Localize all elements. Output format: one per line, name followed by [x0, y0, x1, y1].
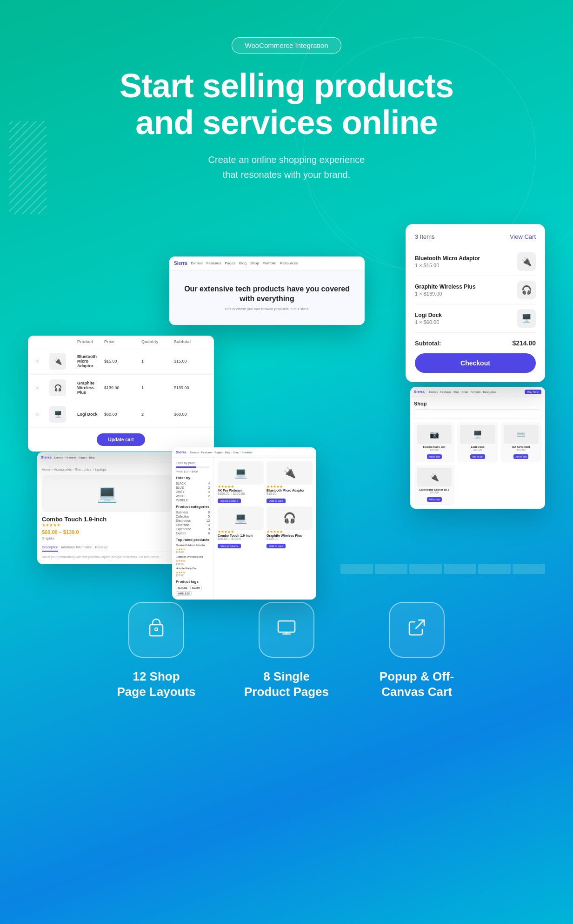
sg-body: Shop 📷 Hubble Rally Bar $49.00 Add to ca… [410, 397, 545, 509]
grid-rect-1 [340, 564, 373, 574]
shop-grid-screenshot: Sierra Demos · Features · Blog · Shop · … [410, 387, 545, 509]
cart-table-row-2: ✕ 🎧 Graphite Wireless Plus $139.00 1 $13… [28, 375, 214, 401]
shop-hero-title: Our extensive tech products have you cov… [179, 284, 355, 304]
cart-item-1-info: Bluetooth Micro Adaptor 1 × $15.00 [415, 255, 513, 268]
grid-rect-2 [375, 564, 407, 574]
cart-item-1-name: Bluetooth Micro Adaptor [415, 255, 513, 262]
cart-item-2-info: Graphite Wireless Plus 1 × $139.00 [415, 283, 513, 297]
shop-hero: Our extensive tech products have you cov… [169, 270, 365, 325]
shop-hero-sub: This is where you can browse products in… [179, 307, 355, 311]
cart-item-1: Bluetooth Micro Adaptor 1 × $15.00 🔌 [415, 248, 536, 276]
cart-item-3: Logi Dock 1 × $60.00 🖥️ [415, 304, 536, 333]
cart-table-header: Product Price Quantity Subtotal [28, 336, 214, 348]
cart-popup: 3 Items View Cart Bluetooth Micro Adapto… [406, 224, 545, 382]
shopping-bag-icon [145, 616, 167, 643]
sg-product-2: 🖥️ Logi Dock $60.00 Add to cart [457, 422, 498, 462]
cart-item-3-info: Logi Dock 1 × $60.00 [415, 312, 513, 325]
cart-item-2-price: 1 × $139.00 [415, 291, 513, 297]
cart-item-1-price: 1 × $15.00 [415, 263, 513, 268]
cart-item-1-img: 🔌 [517, 252, 536, 271]
screenshots-area: 3 Items View Cart Bluetooth Micro Adapto… [0, 219, 573, 554]
grid-rect-6 [513, 564, 545, 574]
ss-logo: Sierra [176, 450, 187, 454]
pg-tabs: Description Additional Information Revie… [42, 544, 172, 552]
checkout-button[interactable]: Checkout [415, 353, 536, 373]
grid-rect-5 [478, 564, 511, 574]
feature-popup-cart: Popup & Off- Canvas Cart [366, 602, 468, 699]
svg-rect-2 [278, 621, 295, 632]
feature-shop-title: 12 Shop Page Layouts [117, 669, 195, 699]
sidebar-shop-nav: Sierra Demos · Features · Pages · Blog ·… [172, 447, 316, 458]
sg-product-3: ⌨️ DX Keys Mini $49.00 Add to cart [501, 422, 541, 462]
cart-item-3-name: Logi Dock [415, 312, 513, 318]
cart-popup-header: 3 Items View Cart [415, 233, 536, 240]
sss-product-4: 🎧 ★★★★★ Graphite Wireless Plus $139.00 A… [267, 506, 313, 549]
sidebar-shop-products: 💻 ★★★★★ 4K Pro Webcam $100.00 – $200.00 … [218, 461, 313, 549]
cart-table-row-1: ✕ 🔌 Bluetooth Micro Adaptor $15.00 1 $15… [28, 348, 214, 375]
subtitle: Create an online shopping experience tha… [9, 152, 564, 182]
cart-item-2-name: Graphite Wireless Plus [415, 283, 513, 290]
grid-rect-3 [409, 564, 442, 574]
pg-body: Home > Accessories > Electronics > Lapto… [37, 463, 177, 564]
cart-item-3-img: 🖥️ [517, 309, 536, 328]
pg-product-img: 💻 [42, 475, 172, 512]
pg-breadcrumb: Home > Accessories > Electronics > Lapto… [42, 468, 172, 471]
pg-price: $60.00 – $139.0 [42, 529, 172, 535]
sss-product-1: 💻 ★★★★★ 4K Pro Webcam $100.00 – $200.00 … [218, 461, 264, 504]
sidebar-shop-main: 💻 ★★★★★ 4K Pro Webcam $100.00 – $200.00 … [214, 458, 316, 600]
feature-product-icon-wrap [259, 602, 314, 658]
cart-view-link[interactable]: View Cart [510, 233, 536, 240]
woocommerce-badge: WooCommerce Integration [232, 37, 342, 54]
feature-shop-layouts: 12 Shop Page Layouts [105, 602, 207, 699]
feature-product-pages: 8 Single Product Pages [235, 602, 338, 699]
pg-nav: Sierra Demos · Features · Pages · Blog [37, 452, 177, 463]
shop-nav-links: Demos Features Pages Blog Shop Portfolio… [191, 261, 298, 265]
sg-products: 📷 Hubble Rally Bar $49.00 Add to cart 🖥️… [414, 422, 541, 505]
sg-product-1: 📷 Hubble Rally Bar $49.00 Add to cart [414, 422, 454, 462]
header-section: WooCommerce Integration Start selling pr… [0, 0, 573, 201]
sidebar-filters: Filter by price Price: $10 – $400 Filter… [172, 458, 214, 600]
cart-item-2: Graphite Wireless Plus 1 × $139.00 🎧 [415, 276, 536, 304]
cart-subtotal: Subtotal: $214.00 [415, 333, 536, 353]
sss-product-3: 💻 ★★★★★ Combo Touch 1.9-inch $60.00 – $1… [218, 506, 264, 549]
external-link-icon [406, 616, 428, 643]
pg-description: Boost your productivity with this powerf… [42, 555, 172, 560]
price-slider [176, 466, 210, 468]
subtotal-label: Subtotal: [415, 340, 441, 347]
sg-product-4: 🔌 Extensible Socket BT2 $21.00 Add to ca… [414, 465, 454, 505]
shop-main-screenshot: Sierra Demos Features Pages Blog Shop Po… [169, 256, 365, 325]
main-title: Start selling products and services onli… [9, 67, 564, 141]
feature-shop-icon-wrap [128, 602, 184, 658]
shop-nav: Sierra Demos Features Pages Blog Shop Po… [169, 256, 365, 270]
update-cart-button[interactable]: Update cart [97, 433, 145, 446]
subtotal-amount: $214.00 [512, 339, 536, 347]
sg-nav: Sierra Demos · Features · Blog · Shop · … [410, 387, 545, 397]
sg-shop-title: Shop [414, 401, 541, 406]
cart-item-2-img: 🎧 [517, 281, 536, 299]
sidebar-shop-body: Filter by price Price: $10 – $400 Filter… [172, 458, 316, 600]
sss-product-2: 🔌 ★★★★★ Bluetooth Micro Adaptor $15.50 A… [267, 461, 313, 504]
sidebar-shop-screenshot: Sierra Demos · Features · Pages · Blog ·… [172, 447, 316, 600]
cart-items-count: 3 Items [415, 233, 435, 240]
product-single-screenshot: Sierra Demos · Features · Pages · Blog H… [37, 452, 177, 564]
cart-item-3-price: 1 × $60.00 [415, 319, 513, 325]
shop-logo: Sierra [174, 261, 187, 266]
pg-product-title: Combo Touch 1.9-inch [42, 516, 172, 523]
monitor-icon [275, 616, 298, 643]
svg-point-1 [155, 628, 158, 631]
feature-product-title: 8 Single Product Pages [244, 669, 329, 699]
feature-popup-icon-wrap [389, 602, 445, 658]
grid-rect-4 [444, 564, 476, 574]
cart-table-row-3: ✕ 🖥️ Logi Dock $60.00 2 $60.00 [28, 401, 214, 428]
pg-stars: ★★★★★ [42, 523, 172, 527]
cart-table-screenshot: Product Price Quantity Subtotal ✕ 🔌 Blue… [28, 336, 214, 452]
feature-popup-title: Popup & Off- Canvas Cart [380, 669, 454, 699]
sg-search[interactable] [414, 409, 541, 418]
